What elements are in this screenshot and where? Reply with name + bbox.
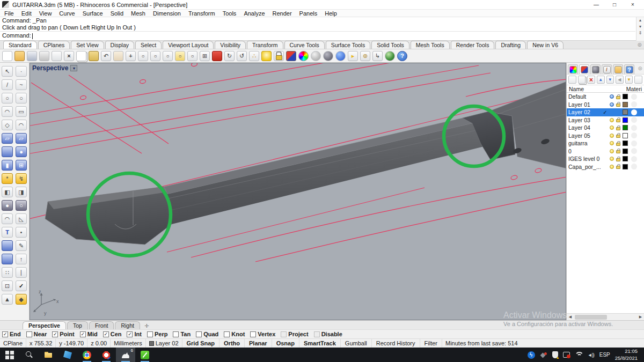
new-file-icon[interactable] (2, 51, 12, 61)
lightbulb-icon[interactable] (610, 141, 614, 145)
layer-color-swatch[interactable] (623, 133, 628, 138)
cut-icon[interactable] (64, 51, 74, 61)
toolbar-tab-surface-tools[interactable]: Surface Tools (326, 41, 370, 49)
layer-material-icon[interactable] (631, 101, 637, 107)
layer-lock-cell[interactable] (615, 133, 621, 138)
osnap-quad[interactable]: Quad (196, 331, 218, 337)
minimize-button[interactable]: — (587, 0, 605, 9)
arc-icon[interactable]: ◠ (2, 106, 13, 117)
padlock-icon[interactable] (616, 166, 620, 169)
lightbulb-icon[interactable] (610, 118, 614, 122)
padlock-icon[interactable] (616, 150, 620, 153)
check-icon[interactable] (16, 280, 27, 291)
sphere-icon[interactable]: ● (16, 146, 27, 157)
toolbar-tab-set-view[interactable]: Set View (71, 41, 104, 49)
checkbox-disable[interactable] (314, 331, 320, 337)
toolbar-tab-visibility[interactable]: Visibility (215, 41, 246, 49)
toolbar-tab-mesh-tools[interactable]: Mesh Tools (411, 41, 450, 49)
menu-surface[interactable]: Surface (83, 10, 103, 17)
menu-tools[interactable]: Tools (223, 10, 237, 17)
layer-color-swatch[interactable] (623, 109, 628, 115)
toolbar-tab-drafting[interactable]: Drafting (495, 41, 526, 49)
panel-tab-materials[interactable] (602, 64, 612, 74)
lightbulb-icon[interactable] (610, 134, 614, 138)
menu-file[interactable]: File (4, 10, 14, 17)
ellipse-icon[interactable]: ○ (16, 93, 27, 104)
checkbox-cen[interactable]: ✓ (103, 331, 109, 337)
panel-tab-libraries[interactable] (613, 64, 623, 74)
control-point-curve-icon[interactable]: ~ (16, 79, 27, 90)
single-point-icon[interactable]: · (16, 66, 27, 77)
viewport-layout-icon[interactable] (200, 51, 210, 61)
move-up-icon[interactable] (597, 76, 605, 84)
layer-material-icon[interactable] (631, 156, 637, 162)
osnap-mid[interactable]: ✓Mid (80, 331, 98, 337)
gears-icon[interactable] (360, 51, 370, 61)
new-viewport-tab-icon[interactable]: ✛ (141, 322, 152, 329)
cone-icon[interactable]: ▲ (2, 294, 13, 305)
untrim-icon[interactable]: ◨ (16, 187, 27, 197)
menu-solid[interactable]: Solid (111, 10, 123, 17)
undo-icon[interactable] (101, 51, 111, 61)
layer-lock-cell[interactable] (615, 94, 621, 99)
scroll-up-icon[interactable]: ▴ (639, 17, 641, 24)
toolbar-tab-transform[interactable]: Transform (247, 41, 283, 49)
viewport-tab-top[interactable]: Top (67, 321, 88, 329)
zoom-selected-icon[interactable] (175, 51, 185, 61)
copy-icon[interactable] (76, 51, 86, 61)
wifi-tray-icon[interactable] (575, 351, 582, 359)
zoom-window-icon[interactable] (163, 51, 173, 61)
save-icon[interactable] (27, 51, 37, 61)
menu-dimension[interactable]: Dimension (153, 10, 181, 17)
layer-row[interactable]: IGES level 0 (567, 155, 644, 163)
toolbar-tab-display[interactable]: Display (105, 41, 134, 49)
status-toggle-smarttrack[interactable]: SmartTrack (299, 339, 341, 348)
layer-color-swatch[interactable] (623, 141, 628, 146)
menu-render[interactable]: Render (273, 10, 292, 17)
panel-tab-display[interactable] (590, 64, 601, 74)
menu-help[interactable]: Help (325, 10, 337, 17)
trim-icon[interactable]: ↯ (16, 173, 27, 184)
osnap-int[interactable]: ✓Int (127, 331, 141, 337)
layer-lock-cell[interactable] (615, 164, 621, 169)
padlock-icon[interactable] (616, 104, 620, 107)
checkbox-quad[interactable] (196, 331, 202, 337)
osnap-end[interactable]: ✓End (2, 331, 21, 337)
extrude-icon[interactable]: ↑ (16, 254, 27, 264)
menu-transform[interactable]: Transform (188, 10, 215, 17)
status-toggle-ortho[interactable]: Ortho (219, 339, 245, 348)
layer-visibility-cell[interactable] (609, 149, 615, 153)
layer-visibility-cell[interactable] (609, 118, 615, 122)
padlock-icon[interactable] (616, 127, 620, 130)
taskbar-explorer-button[interactable] (39, 348, 58, 362)
checkbox-project[interactable] (281, 331, 287, 337)
select-icon[interactable]: ↖ (2, 66, 13, 77)
menu-edit[interactable]: Edit (21, 10, 32, 17)
taskbar-green-notes-button[interactable] (135, 348, 155, 362)
status-toggle-osnap[interactable]: Osnap (272, 339, 299, 348)
status-field-x-755-32[interactable]: x 755.32 (26, 339, 56, 348)
layer-row[interactable]: Capa_por_... (567, 163, 644, 171)
delete-layer-icon[interactable] (587, 76, 595, 84)
copy-page-icon[interactable] (52, 51, 62, 61)
viewport-title[interactable]: Perspective ▼ (32, 64, 77, 72)
checkbox-end[interactable]: ✓ (2, 331, 8, 337)
padlock-icon[interactable] (616, 96, 620, 99)
rotate-view-icon[interactable] (126, 51, 136, 61)
move-car-icon[interactable] (212, 51, 222, 61)
lock-icon[interactable] (274, 51, 284, 61)
layer-settings-icon[interactable] (634, 76, 642, 84)
collapse-icon[interactable] (616, 76, 624, 84)
command-prompt[interactable]: Command: (0, 31, 635, 40)
osnap-perp[interactable]: Perp (147, 331, 167, 337)
layer-lock-cell[interactable] (615, 149, 621, 153)
layer-row[interactable]: Default (567, 93, 644, 101)
layer-material-icon[interactable] (631, 109, 637, 115)
bluetooth-device-tray-icon[interactable] (540, 351, 547, 359)
toolbar-tab-solid-tools[interactable]: Solid Tools (371, 41, 409, 49)
surface-loft-icon[interactable]: ▱ (16, 133, 27, 144)
toolbar-tab-select[interactable]: Select (135, 41, 162, 49)
checkbox-mid[interactable]: ✓ (80, 331, 86, 337)
menu-view[interactable]: View (39, 10, 52, 17)
viewport-canvas[interactable]: x y z (30, 63, 566, 320)
